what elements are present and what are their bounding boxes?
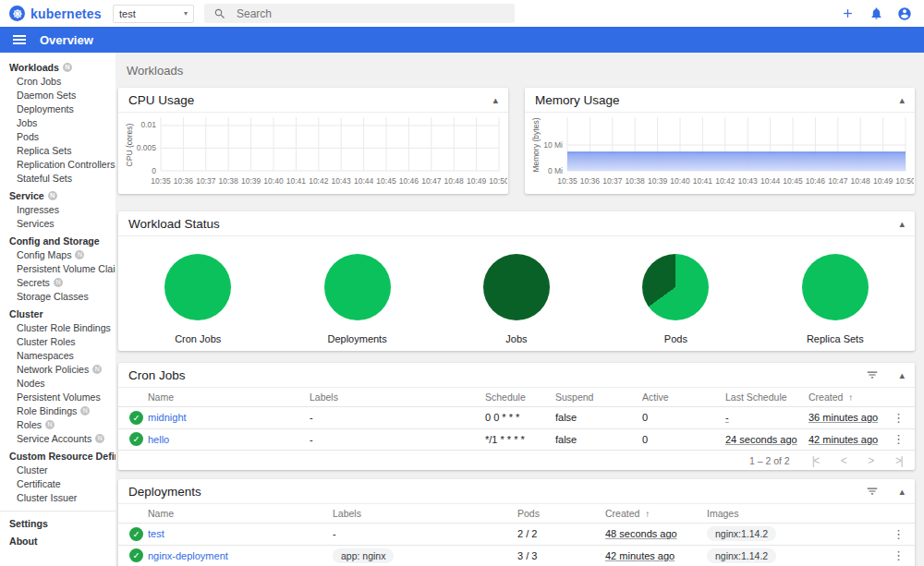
column-header-active[interactable]: Active bbox=[642, 391, 725, 403]
name-cell: midnight bbox=[148, 412, 310, 423]
create-plus-icon[interactable] bbox=[839, 6, 856, 22]
collapse-caret-icon[interactable]: ▴ bbox=[899, 95, 905, 105]
previous-page-icon[interactable]: < bbox=[841, 454, 846, 467]
card-header: Deployments ▴ bbox=[118, 479, 915, 504]
sidebar-label: Jobs bbox=[17, 117, 37, 128]
sidebar-item-config-maps[interactable]: Config MapsN bbox=[0, 247, 116, 261]
sidebar-item-certificate[interactable]: Certificate bbox=[0, 476, 116, 490]
collapse-caret-icon[interactable]: ▴ bbox=[899, 487, 905, 497]
search-bar[interactable] bbox=[204, 4, 515, 23]
sidebar-item-replication-controllers[interactable]: Replication Controllers bbox=[0, 157, 116, 171]
sidebar-item-namespaces[interactable]: Namespaces bbox=[0, 348, 116, 362]
column-header-schedule[interactable]: Schedule bbox=[485, 391, 555, 403]
row-menu-icon[interactable]: ⋮ bbox=[889, 548, 908, 562]
sidebar-section-custom-resource-definitions[interactable]: Custom Resource Definitions bbox=[0, 449, 116, 463]
sidebar-item-role-bindings[interactable]: Role BindingsN bbox=[0, 403, 116, 417]
sidebar-item-services[interactable]: Services bbox=[0, 216, 116, 230]
sidebar-item-deployments[interactable]: Deployments bbox=[0, 102, 116, 115]
notifications-bell-icon[interactable] bbox=[868, 6, 884, 22]
sidebar-item-service-accounts[interactable]: Service AccountsN bbox=[0, 431, 116, 445]
sidebar-item-cluster[interactable]: Cluster bbox=[0, 463, 116, 476]
sidebar-item-storage-classes[interactable]: Storage Classes bbox=[0, 289, 116, 303]
sidebar-item-ingresses[interactable]: Ingresses bbox=[0, 202, 116, 216]
column-header-label: Active bbox=[642, 391, 669, 403]
active-cell: 0 bbox=[642, 434, 725, 445]
sidebar-label: Cluster Role Bindings bbox=[17, 322, 111, 333]
sidebar-item-secrets[interactable]: SecretsN bbox=[0, 275, 116, 289]
column-header-created[interactable]: Created↑ bbox=[605, 508, 707, 519]
sidebar-section-config-and-storage[interactable]: Config and Storage bbox=[0, 234, 116, 247]
workload-pie-deployments: Deployments bbox=[277, 254, 436, 344]
menu-cell: ⋮ bbox=[889, 411, 915, 425]
next-page-icon[interactable]: > bbox=[868, 454, 873, 467]
resource-link[interactable]: hello bbox=[148, 434, 169, 445]
namespace-select[interactable]: test ▾ bbox=[113, 5, 194, 23]
column-header-last-schedule[interactable]: Last Schedule bbox=[725, 391, 808, 403]
sidebar-item-stateful-sets[interactable]: Stateful Sets bbox=[0, 171, 116, 185]
filter-list-icon[interactable] bbox=[866, 485, 879, 498]
collapse-caret-icon[interactable]: ▴ bbox=[899, 219, 905, 229]
icon-cell: ✓ bbox=[129, 548, 148, 562]
sidebar-section-service[interactable]: ServiceN bbox=[0, 188, 116, 202]
card-title: Memory Usage bbox=[535, 93, 620, 107]
sidebar-item-cluster-roles[interactable]: Cluster Roles bbox=[0, 334, 116, 348]
sidebar-item-cron-jobs[interactable]: Cron Jobs bbox=[0, 74, 116, 88]
column-header-created[interactable]: Created↑ bbox=[808, 391, 889, 403]
sidebar-item-network-policies[interactable]: Network PoliciesN bbox=[0, 362, 116, 376]
sidebar-section-settings[interactable]: Settings bbox=[0, 516, 116, 530]
column-header-suspend[interactable]: Suspend bbox=[555, 391, 642, 403]
top-actions bbox=[839, 6, 924, 22]
sidebar-label: Cluster bbox=[9, 308, 43, 319]
pie-chart bbox=[802, 254, 869, 320]
pie-chart bbox=[164, 254, 231, 320]
sidebar-divider bbox=[0, 511, 116, 512]
sidebar-label: Ingresses bbox=[17, 204, 59, 215]
sidebar-item-roles[interactable]: RolesN bbox=[0, 417, 116, 431]
brand[interactable]: kubernetes bbox=[0, 6, 113, 21]
sidebar-item-jobs[interactable]: Jobs bbox=[0, 115, 116, 129]
last-page-icon[interactable]: >| bbox=[895, 454, 902, 467]
collapse-caret-icon[interactable]: ▴ bbox=[492, 95, 498, 105]
svg-text:10:41: 10:41 bbox=[286, 176, 307, 186]
collapse-caret-icon[interactable]: ▴ bbox=[899, 370, 905, 380]
sidebar-item-pods[interactable]: Pods bbox=[0, 129, 116, 143]
resource-link[interactable]: midnight bbox=[148, 412, 187, 423]
column-header-name[interactable]: Name bbox=[148, 391, 310, 403]
suspend-cell: false bbox=[555, 412, 642, 423]
sidebar-section-workloads[interactable]: WorkloadsN bbox=[0, 60, 116, 74]
first-page-icon[interactable]: |< bbox=[812, 454, 819, 467]
sidebar-label: Stateful Sets bbox=[17, 173, 72, 184]
column-header-name[interactable]: Name bbox=[148, 508, 333, 519]
column-header-labels[interactable]: Labels bbox=[333, 508, 517, 519]
row-menu-icon[interactable]: ⋮ bbox=[889, 527, 908, 541]
row-menu-icon[interactable]: ⋮ bbox=[889, 411, 908, 425]
sidebar-section-about[interactable]: About bbox=[0, 534, 116, 548]
labels-cell: - bbox=[310, 434, 485, 445]
sidebar-item-daemon-sets[interactable]: Daemon Sets bbox=[0, 88, 116, 102]
namespaced-badge: N bbox=[63, 63, 72, 72]
sidebar-item-persistent-volumes[interactable]: Persistent Volumes bbox=[0, 390, 116, 403]
card-title: Workload Status bbox=[128, 217, 220, 231]
column-header-images[interactable]: Images bbox=[707, 508, 889, 519]
user-account-icon[interactable] bbox=[896, 6, 913, 22]
sidebar-item-nodes[interactable]: Nodes bbox=[0, 376, 116, 390]
sidebar-item-replica-sets[interactable]: Replica Sets bbox=[0, 143, 116, 157]
menu-hamburger-icon[interactable] bbox=[13, 35, 26, 44]
labels-cell: - bbox=[333, 528, 517, 539]
sidebar-item-cluster-role-bindings[interactable]: Cluster Role Bindings bbox=[0, 320, 116, 334]
column-header-labels[interactable]: Labels bbox=[310, 391, 485, 403]
resource-link[interactable]: nginx-deployment bbox=[148, 550, 228, 561]
svg-text:CPU (cores): CPU (cores) bbox=[125, 123, 134, 166]
sidebar-item-persistent-volume-claims[interactable]: Persistent Volume ClaimsN bbox=[0, 261, 116, 275]
column-header-label: Created bbox=[808, 391, 843, 403]
created-cell: 36 minutes ago bbox=[808, 412, 889, 423]
sidebar-label: Storage Classes bbox=[17, 291, 89, 302]
filter-list-icon[interactable] bbox=[866, 368, 879, 381]
row-menu-icon[interactable]: ⋮ bbox=[889, 432, 908, 446]
resource-link[interactable]: test bbox=[148, 528, 164, 539]
schedule-cell: 0 0 * * * bbox=[485, 412, 555, 423]
search-input[interactable] bbox=[235, 6, 511, 21]
column-header-pods[interactable]: Pods bbox=[517, 508, 605, 519]
sidebar-section-cluster[interactable]: Cluster bbox=[0, 307, 116, 320]
sidebar-item-cluster-issuer[interactable]: Cluster Issuer bbox=[0, 490, 116, 504]
